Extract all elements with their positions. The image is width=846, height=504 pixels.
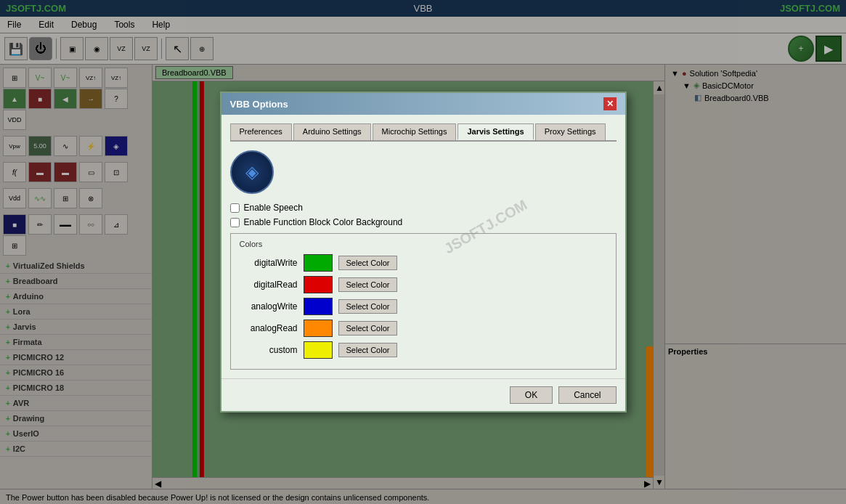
enable-fn-block-label: Enable Function Block Color Background bbox=[244, 217, 403, 227]
color-label-aw: analogWrite bbox=[240, 301, 298, 312]
color-btn-dr[interactable]: Select Color bbox=[338, 277, 398, 292]
color-btn-dw[interactable]: Select Color bbox=[338, 256, 398, 270]
tab-arduino[interactable]: Arduino Settings bbox=[293, 123, 371, 140]
tab-microchip[interactable]: Microchip Settings bbox=[373, 123, 457, 140]
color-swatch-ar bbox=[304, 320, 333, 337]
modal-titlebar: VBB Options ✕ bbox=[221, 93, 625, 115]
color-btn-custom[interactable]: Select Color bbox=[338, 343, 398, 357]
color-swatch-dr bbox=[304, 276, 333, 293]
modal-tab-bar: Preferences Arduino Settings Microchip S… bbox=[230, 123, 617, 142]
tab-jarvis[interactable]: Jarvis Settings bbox=[457, 123, 533, 140]
color-btn-aw[interactable]: Select Color bbox=[338, 299, 398, 314]
vbb-options-modal: VBB Options ✕ Preferences Arduino Settin… bbox=[220, 92, 627, 412]
jarvis-logo: ◈ bbox=[245, 162, 259, 182]
modal-footer: OK Cancel bbox=[221, 378, 625, 411]
jarvis-icon: ◈ bbox=[230, 150, 274, 194]
color-row-custom: custom Select Color bbox=[240, 341, 607, 359]
enable-fn-block-checkbox[interactable] bbox=[230, 218, 240, 227]
color-swatch-aw bbox=[304, 298, 333, 315]
color-label-custom: custom bbox=[240, 345, 298, 355]
color-swatch-custom bbox=[304, 341, 333, 359]
enable-speech-checkbox[interactable] bbox=[230, 203, 240, 213]
modal-body: Preferences Arduino Settings Microchip S… bbox=[221, 115, 625, 378]
color-swatch-dw bbox=[304, 254, 333, 272]
modal-overlay: VBB Options ✕ Preferences Arduino Settin… bbox=[0, 0, 846, 504]
color-label-dr: digitalRead bbox=[240, 280, 298, 290]
color-label-ar: analogRead bbox=[240, 323, 298, 333]
modal-close-button[interactable]: ✕ bbox=[603, 97, 617, 110]
color-btn-ar[interactable]: Select Color bbox=[338, 321, 398, 336]
colors-group: Colors digitalWrite Select Color digital… bbox=[230, 233, 617, 370]
enable-fn-block-row: Enable Function Block Color Background bbox=[230, 217, 617, 227]
cancel-button[interactable]: Cancel bbox=[558, 386, 616, 404]
color-row-digital-write: digitalWrite Select Color bbox=[240, 254, 607, 272]
color-row-analog-write: analogWrite Select Color bbox=[240, 298, 607, 315]
tab-proxy[interactable]: Proxy Settings bbox=[535, 123, 606, 140]
ok-button[interactable]: OK bbox=[510, 386, 553, 404]
color-row-digital-read: digitalRead Select Color bbox=[240, 276, 607, 293]
modal-title: VBB Options bbox=[230, 99, 288, 110]
enable-speech-row: Enable Speech bbox=[230, 203, 617, 213]
enable-speech-label: Enable Speech bbox=[244, 203, 303, 213]
tab-preferences[interactable]: Preferences bbox=[230, 123, 292, 140]
colors-group-title: Colors bbox=[240, 240, 607, 248]
color-row-analog-read: analogRead Select Color bbox=[240, 320, 607, 337]
color-label-dw: digitalWrite bbox=[240, 258, 298, 268]
